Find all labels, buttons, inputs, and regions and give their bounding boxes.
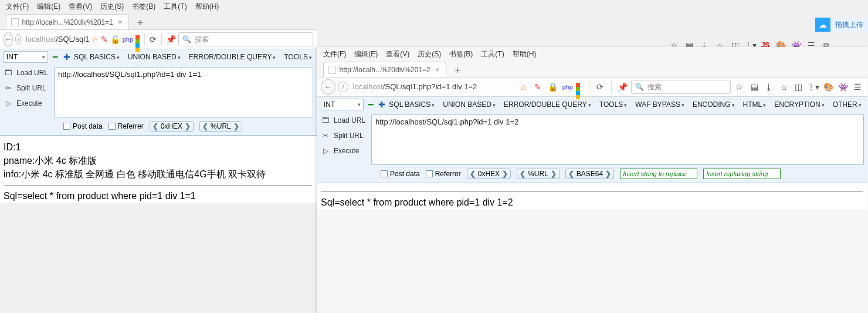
hackbar-url-box[interactable]: http://localhost/SQL/sql1.php?id=1 div 1… — [371, 115, 864, 165]
post-data-label: Post data — [73, 122, 103, 130]
menu-file[interactable]: 文件(F) — [6, 2, 29, 12]
urlenc-button[interactable]: ❮ %URL ❯ — [199, 121, 242, 132]
menu-view[interactable]: 查看(V) — [69, 2, 92, 12]
menu-file[interactable]: 文件(F) — [323, 49, 346, 59]
menu-error-query[interactable]: ERROR/DOUBLE QUERY — [189, 53, 276, 61]
hackbar-type-value: INT — [6, 53, 18, 61]
plus-icon[interactable]: ✚ — [63, 53, 69, 61]
menu-sql-basics[interactable]: SQL BASICS — [74, 53, 120, 61]
home2-icon[interactable]: ⌂ — [778, 80, 790, 93]
hex-button[interactable]: ❮ 0xHEX ❯ — [150, 121, 194, 132]
browser-tab[interactable]: http://localh...%20div%201=1 × — [6, 14, 129, 29]
reader-icon[interactable]: ▤ — [748, 80, 760, 93]
load-url-button[interactable]: 🗔 Load URL — [321, 115, 369, 126]
replace-to-input[interactable]: Insert replacing string — [703, 169, 781, 179]
menu-union-based[interactable]: UNION BASED — [128, 53, 181, 61]
home-icon[interactable]: ⌂ — [92, 33, 99, 46]
referrer-checkbox[interactable]: Referrer — [108, 122, 144, 130]
palette-icon[interactable]: 🎨 — [822, 80, 834, 93]
hackbar-type-select[interactable]: INT ▾ — [321, 99, 364, 110]
php-icon[interactable]: php — [561, 80, 574, 93]
referrer-checkbox[interactable]: Referrer — [426, 170, 461, 178]
feather-icon[interactable]: ✎ — [532, 80, 544, 93]
feather-icon[interactable]: ✎ — [101, 33, 108, 46]
php-icon[interactable]: php — [123, 33, 133, 46]
urlenc-label: %URL — [211, 122, 231, 130]
back-button[interactable]: ← — [321, 79, 335, 95]
home-icon[interactable]: ⌂ — [517, 80, 530, 93]
close-icon[interactable]: × — [117, 18, 124, 26]
hackbar-url-box[interactable]: http://localhost/SQL/sql1.php?id=1 div 1… — [54, 67, 313, 117]
execute-button[interactable]: ▷ Execute — [4, 97, 52, 109]
menu-other[interactable]: OTHER — [833, 100, 862, 109]
menu-tools[interactable]: TOOLS — [599, 100, 627, 109]
urlenc-button[interactable]: ❮ %URL ❯ — [517, 169, 560, 179]
referrer-label: Referrer — [435, 170, 461, 178]
menu-tools[interactable]: 工具(T) — [164, 2, 187, 12]
menu-error-query[interactable]: ERROR/DOUBLE QUERY — [504, 100, 591, 109]
addons-icon[interactable]: ⋮▾ — [807, 80, 819, 93]
execute-button[interactable]: ▷ Execute — [321, 145, 369, 157]
minus-icon[interactable]: ━ — [368, 100, 374, 109]
menu-tools[interactable]: TOOLS — [284, 53, 311, 61]
menu-encryption[interactable]: ENCRYPTION — [774, 100, 824, 109]
menu-bookmarks[interactable]: 书签(B) — [132, 2, 155, 12]
lock-icon[interactable]: 🔒 — [110, 33, 120, 46]
search-box[interactable]: 🔍 搜索 — [178, 32, 313, 46]
mask-icon[interactable]: 👾 — [837, 80, 849, 93]
menu-edit[interactable]: 编辑(E) — [37, 2, 60, 12]
plus-icon[interactable]: ✚ — [378, 100, 384, 109]
menu-sql-basics[interactable]: SQL BASICS — [389, 100, 435, 109]
base64-button[interactable]: ❮ BASE64 ❯ — [565, 169, 614, 179]
menu-help[interactable]: 帮助(H) — [513, 49, 537, 59]
minus-icon[interactable]: ━ — [53, 53, 59, 61]
url-display[interactable]: localhost/SQL/sql1.php?id=1 div 1=1 — [23, 32, 90, 46]
menu-history[interactable]: 历史(S) — [418, 49, 441, 59]
new-tab-button[interactable]: + — [133, 16, 148, 29]
upload-badge[interactable]: ☁ 拖拽上传 — [815, 18, 868, 32]
menu-icon[interactable]: ☰ — [852, 80, 864, 93]
reload-icon[interactable]: ⟳ — [150, 33, 157, 46]
split-url-button[interactable]: ✂ Split URL — [321, 130, 369, 142]
menu-tools[interactable]: 工具(T) — [481, 49, 504, 59]
hex-button[interactable]: ❮ 0xHEX ❯ — [467, 169, 511, 179]
search-placeholder: 搜索 — [195, 35, 209, 45]
hackbar-top: INT ▾ ━ ✚ SQL BASICS UNION BASED ERROR/D… — [0, 49, 317, 65]
replace-from-input[interactable]: Insert string to replace — [620, 169, 697, 179]
site-info-icon[interactable]: i — [338, 82, 348, 92]
download-icon[interactable]: ⭳ — [763, 80, 775, 93]
menu-bookmarks[interactable]: 书签(B) — [449, 49, 473, 59]
ms-icon[interactable] — [576, 83, 584, 91]
post-data-checkbox[interactable]: Post data — [381, 170, 420, 178]
split-url-button[interactable]: ✂ Split URL — [4, 82, 52, 94]
address-bar: ← i localhost/SQL/sql1.php?id=1 div 1=2 … — [317, 77, 867, 97]
menu-edit[interactable]: 编辑(E) — [354, 49, 378, 59]
menu-html[interactable]: HTML — [743, 100, 767, 109]
load-url-button[interactable]: 🗔 Load URL — [4, 67, 52, 79]
menu-help[interactable]: 帮助(H) — [195, 2, 219, 12]
menu-union-based[interactable]: UNION BASED — [443, 100, 496, 109]
checkbox-icon — [63, 123, 70, 130]
menu-waf[interactable]: WAF BYPASS — [635, 100, 684, 109]
star-icon[interactable]: ☆ — [733, 80, 745, 93]
lock-icon[interactable]: 🔒 — [547, 80, 559, 93]
menu-history[interactable]: 历史(S) — [100, 2, 124, 12]
pin-icon[interactable]: 📌 — [616, 80, 629, 93]
site-info-icon[interactable]: i — [15, 34, 21, 45]
sidebar-icon[interactable]: ◫ — [792, 80, 805, 93]
ms-icon[interactable] — [135, 35, 140, 43]
menu-encoding[interactable]: ENCODING — [693, 100, 735, 109]
post-data-checkbox[interactable]: Post data — [63, 122, 103, 130]
browser-tab[interactable]: http://localh...%20div%201=2 × — [323, 62, 446, 77]
hackbar-type-select[interactable]: INT ▾ — [4, 51, 48, 63]
load-label: Load URL — [334, 116, 365, 124]
back-button[interactable]: ← — [4, 32, 13, 47]
new-tab-button[interactable]: + — [450, 64, 465, 77]
pin-icon[interactable]: 📌 — [166, 33, 176, 46]
search-box[interactable]: 🔍 搜索 — [631, 80, 731, 94]
upload-label: 拖拽上传 — [830, 18, 868, 32]
close-icon[interactable]: × — [434, 66, 441, 74]
url-display[interactable]: localhost/SQL/sql1.php?id=1 div 1=2 — [351, 80, 515, 94]
reload-icon[interactable]: ⟳ — [594, 80, 606, 93]
menu-view[interactable]: 查看(V) — [386, 49, 409, 59]
